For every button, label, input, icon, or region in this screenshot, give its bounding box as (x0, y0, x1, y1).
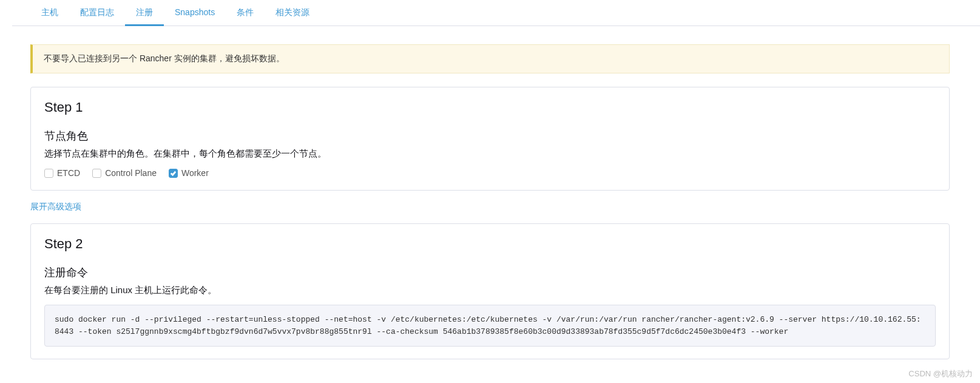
step2-section-title: 注册命令 (44, 265, 936, 280)
role-checkbox-row: ETCD Control Plane Worker (44, 168, 936, 178)
checkbox-icon (92, 169, 101, 178)
tab-config-log[interactable]: 配置日志 (69, 0, 125, 25)
role-label: Worker (181, 168, 209, 178)
step2-title: Step 2 (44, 236, 936, 252)
expand-advanced-link[interactable]: 展开高级选项 (30, 202, 81, 212)
main-content: 不要导入已连接到另一个 Rancher 实例的集群，避免损坏数据。 Step 1… (0, 26, 980, 382)
role-worker[interactable]: Worker (169, 168, 209, 178)
warning-alert: 不要导入已连接到另一个 Rancher 实例的集群，避免损坏数据。 (30, 44, 950, 73)
role-control-plane[interactable]: Control Plane (92, 168, 157, 178)
step2-card: Step 2 注册命令 在每台要注册的 Linux 主机上运行此命令。 sudo… (30, 223, 950, 359)
checkbox-icon (169, 169, 178, 178)
role-label: Control Plane (105, 168, 157, 178)
step1-title: Step 1 (44, 100, 936, 115)
tab-conditions[interactable]: 条件 (226, 0, 265, 25)
alert-text: 不要导入已连接到另一个 Rancher 实例的集群，避免损坏数据。 (44, 53, 285, 63)
tab-register[interactable]: 注册 (125, 0, 164, 25)
step1-section-title: 节点角色 (44, 129, 936, 143)
step1-section-desc: 选择节点在集群中的角色。在集群中，每个角色都需要至少一个节点。 (44, 148, 936, 160)
step2-section-desc: 在每台要注册的 Linux 主机上运行此命令。 (44, 285, 936, 296)
checkbox-icon (44, 169, 53, 178)
tab-snapshots[interactable]: Snapshots (164, 0, 226, 25)
registration-command[interactable]: sudo docker run -d --privileged --restar… (44, 305, 936, 347)
step1-card: Step 1 节点角色 选择节点在集群中的角色。在集群中，每个角色都需要至少一个… (30, 87, 950, 191)
tab-bar: 主机 配置日志 注册 Snapshots 条件 相关资源 (12, 0, 980, 26)
watermark: CSDN @机核动力 (908, 368, 973, 379)
tab-host[interactable]: 主机 (30, 0, 69, 25)
role-label: ETCD (57, 168, 80, 178)
tab-related[interactable]: 相关资源 (265, 0, 320, 25)
role-etcd[interactable]: ETCD (44, 168, 80, 178)
